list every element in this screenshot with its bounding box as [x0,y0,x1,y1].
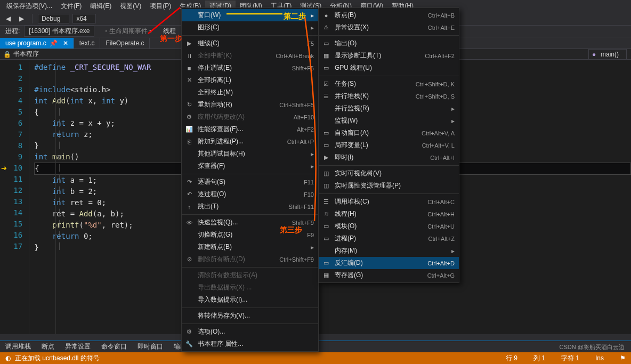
config-dropdown[interactable]: Debug [38,14,69,23]
menuitem-内存(M)[interactable]: 内存(M)▸ [319,245,459,257]
status-char: 字符 1 [561,354,579,363]
output-tab-3[interactable]: 命令窗口 [96,341,132,353]
menu-icon: ▦ [322,272,330,279]
menu-icon: ⏸ [185,53,193,59]
status-col: 列 1 [533,354,545,363]
tab-2[interactable]: FileOperate.c [100,38,150,48]
menu-icon: ✕ [185,77,193,84]
menuitem-其他调试目标(H)[interactable]: 其他调试目标(H)▸ [182,148,318,160]
menuitem-调用堆栈(C)[interactable]: ☰调用堆栈(C)Ctrl+Alt+C [319,196,459,208]
menu-2[interactable]: 编辑(E) [86,1,116,12]
output-tab-2[interactable]: 异常设置 [60,341,96,353]
menuitem-删除所有断点(D): ⊘删除所有断点(D)Ctrl+Shift+F9 [182,253,318,265]
menuitem-书本程序 属性...[interactable]: 🔧书本程序 属性... [182,338,318,350]
menuitem-全部终止(M)[interactable]: 全部终止(M) [182,86,318,99]
menuitem-导入数据提示(I)...[interactable]: 导入数据提示(I)... [182,294,318,306]
menuitem-将转储另存为(V)...[interactable]: 将转储另存为(V)... [182,310,318,322]
life-events-button[interactable]: ▫ 生命周期事件 ▾ [105,27,152,36]
menuitem-模块(O)[interactable]: ▭模块(O)Ctrl+Alt+U [319,220,459,232]
menuitem-并行堆栈(K)[interactable]: ☰并行堆栈(K)Ctrl+Shift+D, S [319,90,459,102]
menu-icon: ▭ [322,142,330,149]
menu-0[interactable]: 级保存选项(V)... [2,1,56,12]
menuitem-断点(B)[interactable]: ●断点(B)Ctrl+Alt+B [319,9,459,21]
menuitem-重新启动(R)[interactable]: ↻重新启动(R)Ctrl+Shift+F5 [182,99,318,111]
menuitem-探查器(F)[interactable]: 探查器(F)▸ [182,160,318,172]
back-icon[interactable]: ◀ [3,14,13,23]
menuitem-附加到进程(P)...[interactable]: ⎘附加到进程(P)...Ctrl+Alt+P [182,135,318,148]
menu-icon: ☰ [322,93,330,100]
menuitem-实时可视化树(V)[interactable]: ◫实时可视化树(V) [319,167,459,180]
menuitem-逐过程(O)[interactable]: ↶逐过程(O)F10 [182,188,318,200]
menu-1[interactable]: 文件(F) [56,1,86,12]
menuitem-GPU 线程(U)[interactable]: ▭GPU 线程(U) [319,62,459,74]
menu-icon: ▭ [322,130,330,136]
function-crumb[interactable]: main() [588,49,627,60]
menuitem-监视(W)[interactable]: 监视(W)▸ [319,115,459,127]
menu-3[interactable]: 视图(V) [116,1,145,12]
current-line-arrow-icon: ➔ [1,164,7,172]
scope-label[interactable]: 书本程序 [13,50,39,59]
debug-windows-submenu[interactable]: ●断点(B)Ctrl+Alt+B⚠异常设置(X)Ctrl+Alt+E▭输出(O)… [318,7,459,283]
menuitem-应用代码更改(A): ⚙应用代码更改(A)Alt+F10 [182,111,318,123]
menu-icon: ↑ [185,204,193,210]
menu-icon: ◫ [322,182,330,189]
menuitem-反汇编(D)[interactable]: ▭反汇编(D)Ctrl+Alt+D [319,257,459,269]
menuitem-性能探查器(F)...[interactable]: 📊性能探查器(F)...Alt+F2 [182,123,318,135]
watermark: CSDN @将船买酒白云边 [560,343,625,351]
status-ins: Ins [595,354,604,362]
menu-icon: ⚙ [185,114,193,120]
menu-icon: ⚙ [185,328,193,335]
menuitem-全部拆离(L)[interactable]: ✕全部拆离(L) [182,74,318,86]
menuitem-停止调试(E)[interactable]: ■停止调试(E)Shift+F5 [182,62,318,74]
status-line: 行 9 [506,354,517,363]
menu-icon: ☑ [322,80,330,87]
menu-icon: ▭ [322,223,330,230]
menuitem-图形(C)[interactable]: 图形(C)▸ [182,21,318,34]
menu-icon: 📊 [185,126,193,133]
menuitem-线程(H)[interactable]: ≋线程(H)Ctrl+Alt+H [319,208,459,220]
menu-icon: 👁 [185,220,193,226]
tab-0[interactable]: use program.c📌✕ [0,38,74,48]
menuitem-逐语句(S)[interactable]: ↷逐语句(S)F11 [182,176,318,188]
menu-4[interactable]: 项目(P) [145,1,175,12]
output-tab-4[interactable]: 即时窗口 [132,341,168,353]
menuitem-进程(P)[interactable]: ▭进程(P)Ctrl+Alt+Z [319,232,459,245]
fold-column[interactable]: ⊟││││⊟││││││││ [56,60,63,252]
menu-icon: ▭ [322,64,330,71]
menuitem-任务(S)[interactable]: ☑任务(S)Ctrl+Shift+D, K [319,78,459,90]
menu-icon: ⚠ [322,24,330,31]
annotation-step2: 第二步 [284,12,306,21]
menuitem-即时(I)[interactable]: ▶即时(I)Ctrl+Alt+I [319,151,459,164]
menuitem-继续(C)[interactable]: ▶继续(C)F5 [182,37,318,50]
menuitem-自动窗口(A)[interactable]: ▭自动窗口(A)Ctrl+Alt+V, A [319,127,459,139]
close-icon[interactable]: ✕ [63,39,68,47]
tab-1[interactable]: text.c [74,38,101,48]
menuitem-选项(O)...[interactable]: ⚙选项(O)... [182,326,318,338]
menuitem-导出数据提示(X) ...: 导出数据提示(X) ... [182,281,318,294]
process-label: 进程: [5,27,20,36]
menuitem-寄存器(G)[interactable]: ▦寄存器(G)Ctrl+Alt+G [319,269,459,281]
menu-icon: ▭ [322,40,330,47]
menuitem-全部中断(K): ⏸全部中断(K)Ctrl+Alt+Break [182,50,318,62]
menuitem-局部变量(L)[interactable]: ▭局部变量(L)Ctrl+Alt+V, L [319,139,459,151]
menuitem-跳出(T)[interactable]: ↑跳出(T)Shift+F11 [182,200,318,213]
menu-icon: ▶ [322,154,330,161]
menu-icon: ▦ [322,52,330,59]
process-dropdown[interactable]: [16300] 书本程序.exe [24,26,94,37]
forward-icon[interactable]: ▶ [17,14,27,23]
menuitem-并行监视(R)[interactable]: 并行监视(R)▸ [319,102,459,115]
menu-icon: ↻ [185,101,193,108]
menuitem-显示诊断工具(T)[interactable]: ▦显示诊断工具(T)Ctrl+Alt+F2 [319,50,459,62]
status-flag-icon[interactable]: ⚑ [620,354,626,362]
menuitem-异常设置(X)[interactable]: ⚠异常设置(X)Ctrl+Alt+E [319,21,459,34]
output-tab-0[interactable]: 调用堆栈 [0,341,36,353]
debug-menu[interactable]: 窗口(W)▸图形(C)▸▶继续(C)F5⏸全部中断(K)Ctrl+Alt+Bre… [181,7,319,352]
menuitem-实时属性资源管理器(P)[interactable]: ◫实时属性资源管理器(P) [319,180,459,192]
menuitem-新建断点(B)[interactable]: 新建断点(B)▸ [182,241,318,253]
platform-dropdown[interactable]: x64 [72,14,95,23]
menuitem-输出(O)[interactable]: ▭输出(O) [319,37,459,50]
pin-icon: 📌 [50,39,58,47]
menu-icon: ● [322,12,330,19]
status-bar: ◐ 正在加载 ucrtbased.dll 的符号 行 9 列 1 字符 1 In… [0,352,631,364]
output-tab-1[interactable]: 断点 [36,341,60,353]
